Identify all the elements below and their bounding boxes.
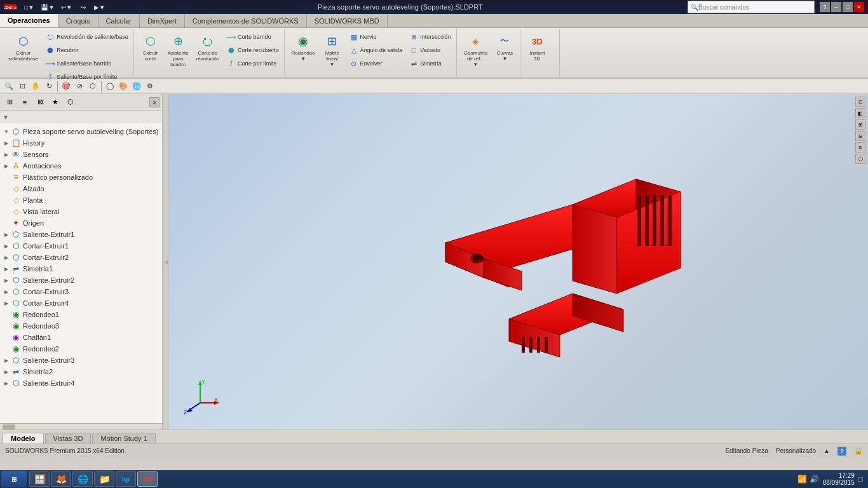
show-desktop-icon[interactable]: □ xyxy=(858,475,863,484)
feature-tree[interactable]: ▼ ⬡ Pieza soporte servo autoleveling (So… xyxy=(0,123,162,423)
tab-calcular[interactable]: Calcular xyxy=(98,14,140,27)
taskbar-app-explorer[interactable]: 📁 xyxy=(94,471,114,487)
tree-item-origen[interactable]: ✦ Origen xyxy=(0,217,162,229)
3d-viewport[interactable]: Y X Z ⊡ ◧ ⊞ ⊟ ≡ ⬡ xyxy=(168,94,868,430)
maximize-btn[interactable]: □ xyxy=(843,2,853,12)
tree-item-plastico[interactable]: ≡ Plástico personalizado xyxy=(0,172,162,183)
appearance-btn[interactable]: 🎨 xyxy=(117,80,130,93)
geometria-ref-btn[interactable]: ◈ Geometríade ref... ▼ xyxy=(461,30,491,69)
zoom-in-btn[interactable]: 🔍 xyxy=(3,80,15,93)
search-bar[interactable]: 🔍 xyxy=(688,1,815,13)
view-icon-4[interactable]: ⊟ xyxy=(855,131,865,141)
redondeo-btn[interactable]: ◉ Redondeo ▼ xyxy=(288,30,318,64)
instant3d-btn[interactable]: 3D Instant3D xyxy=(524,30,550,64)
tree-item-alzado[interactable]: ◇ Alzado xyxy=(0,183,162,194)
tree-item-saliente2[interactable]: ▶ ⬡ Saliente-Extruir2 xyxy=(0,274,162,286)
tab-motion-study[interactable]: Motion Study 1 xyxy=(92,433,155,444)
saliente-barrido-btn[interactable]: ⟿ Saliente/Base barrido xyxy=(43,57,131,70)
property-manager-tab[interactable]: ≡ xyxy=(18,95,32,109)
network-icon[interactable]: 📶 xyxy=(797,475,807,484)
help-btn[interactable]: ? xyxy=(820,2,830,12)
scrollbar-thumb[interactable] xyxy=(3,424,15,430)
view-icon-6[interactable]: ⬡ xyxy=(855,154,865,164)
status-help-icon[interactable]: ? xyxy=(837,447,846,456)
undo-btn[interactable]: ↩▼ xyxy=(58,0,75,14)
panel-expand-btn[interactable]: » xyxy=(149,97,159,107)
view-setting-btn[interactable]: ⚙ xyxy=(144,80,156,93)
tree-item-chaflan1[interactable]: ◉ Chaflán1 xyxy=(0,332,162,343)
tab-operaciones[interactable]: Operaciones xyxy=(0,14,58,27)
tree-item-saliente3[interactable]: ▶ ⬡ Saliente-Extruir3 xyxy=(0,355,162,366)
tree-item-cortar3[interactable]: ▶ ⬡ Cortar-Extruir3 xyxy=(0,286,162,297)
taskbar-app-sw[interactable]: SW xyxy=(137,471,158,487)
minimize-btn[interactable]: ─ xyxy=(831,2,841,12)
tree-item-saliente4[interactable]: ▶ ⬡ Saliente-Extruir4 xyxy=(0,377,162,389)
view-icon-1[interactable]: ⊡ xyxy=(855,97,865,107)
tree-item-anotaciones[interactable]: ▶ A Anotaciones xyxy=(0,160,162,172)
config-manager-tab[interactable]: ⊠ xyxy=(33,95,47,109)
h-scrollbar[interactable] xyxy=(0,423,162,430)
view-icon-3[interactable]: ⊞ xyxy=(855,119,865,130)
tree-item-cortar4[interactable]: ▶ ⬡ Cortar-Extruir4 xyxy=(0,297,162,309)
tree-item-redondeo1[interactable]: ◉ Redondeo1 xyxy=(0,309,162,320)
angulo-salida-btn[interactable]: △ Ángulo de salida xyxy=(346,44,405,57)
tab-modelo[interactable]: Modelo xyxy=(3,433,44,444)
feature-manager-tab[interactable]: ⊞ xyxy=(3,95,17,109)
corte-recubierto-btn[interactable]: ⬢ Corte recubierto xyxy=(224,44,281,57)
view-icon-5[interactable]: ≡ xyxy=(855,142,865,152)
tree-item-cortar2[interactable]: ▶ ⬡ Cortar-Extruir2 xyxy=(0,252,162,263)
pan-btn[interactable]: ✋ xyxy=(29,80,42,93)
sound-icon[interactable]: 🔊 xyxy=(810,475,819,484)
tree-item-saliente1[interactable]: ▶ ⬡ Saliente-Extruir1 xyxy=(0,229,162,240)
taskbar-app-windows[interactable]: 🪟 xyxy=(29,471,50,487)
display-manager-tab[interactable]: ⬡ xyxy=(64,95,78,109)
zoom-fit-btn[interactable]: ⊡ xyxy=(16,80,29,93)
rebuild-btn[interactable]: ▶▼ xyxy=(92,0,108,14)
interseccion-btn[interactable]: ⊗ Intersección xyxy=(406,30,454,43)
taskbar-app-hp[interactable]: hp xyxy=(116,471,136,487)
dxf-manager-tab[interactable]: ★ xyxy=(48,95,62,109)
tab-vistas3d[interactable]: Vistas 3D xyxy=(45,433,92,444)
tree-item-sensors[interactable]: ▶ 👁 Sensors xyxy=(0,149,162,160)
asistente-taladro-btn[interactable]: ⊕ Asistenteparataladro xyxy=(165,30,192,69)
tree-item-history[interactable]: ▶ 📋 History xyxy=(0,137,162,149)
view-orient-btn[interactable]: 🎯 xyxy=(60,80,72,93)
envolver-btn[interactable]: ⊙ Envolver xyxy=(346,57,405,70)
simetria-btn[interactable]: ⇌ Simetría xyxy=(406,57,454,70)
tree-item-redondeo2[interactable]: ◉ Redondeo2 xyxy=(0,343,162,355)
revolucion-btn[interactable]: ⭮ Revolución de saliente/base xyxy=(43,30,131,43)
tree-item-cortar1[interactable]: ▶ ⬡ Cortar-Extruir1 xyxy=(0,240,162,252)
corte-barrido-btn[interactable]: ⟿ Corte barrido xyxy=(224,30,281,43)
taskbar-clock[interactable]: 17:29 08/09/2015 xyxy=(823,472,855,486)
nervio-btn[interactable]: ▦ Nervio xyxy=(346,30,405,43)
corte-revolucion-btn[interactable]: ⭮ Corte derevolución xyxy=(193,30,222,64)
panel-collapse-handle[interactable]: ◁ xyxy=(163,94,168,430)
start-button[interactable]: ⊞ xyxy=(1,471,27,487)
display-style-btn[interactable]: ⬡ xyxy=(86,80,99,93)
section-btn[interactable]: ⊘ xyxy=(73,80,86,93)
scene-btn[interactable]: 🌐 xyxy=(130,80,143,93)
taskbar-app-firefox[interactable]: 🦊 xyxy=(51,471,71,487)
save-btn[interactable]: 💾▼ xyxy=(38,0,57,14)
tree-item-planta[interactable]: ◇ Planta xyxy=(0,194,162,206)
tree-item-redondeo3[interactable]: ◉ Redondeo3 xyxy=(0,320,162,332)
tab-croquis[interactable]: Croquis xyxy=(58,14,98,27)
tree-item-simetria1[interactable]: ▶ ⇌ Simetría1 xyxy=(0,263,162,274)
corte-limite-btn[interactable]: ⤴ Corte por límite xyxy=(224,57,281,70)
curvas-btn[interactable]: 〜 Curvas ▼ xyxy=(492,30,517,64)
view-icon-2[interactable]: ◧ xyxy=(855,108,865,118)
vaciado-btn[interactable]: □ Vaciado xyxy=(406,44,454,57)
tab-dimxpert[interactable]: DimXpert xyxy=(140,14,185,27)
rotate-btn[interactable]: ↻ xyxy=(43,80,55,93)
redo-btn[interactable]: ↪ xyxy=(76,0,90,14)
extruir-corte-btn[interactable]: ⬡ Extruircorte xyxy=(138,30,163,64)
tree-root-item[interactable]: ▼ ⬡ Pieza soporte servo autoleveling (So… xyxy=(0,126,162,137)
extruir-saliente-base-btn[interactable]: ⬡ Extruirsaliente/base xyxy=(5,30,41,64)
status-arrow-icon[interactable]: ▲ xyxy=(824,447,830,454)
hide-show-btn[interactable]: ◯ xyxy=(104,80,116,93)
new-file-btn[interactable]: □▼ xyxy=(22,0,37,14)
taskbar-app-chrome[interactable]: 🌐 xyxy=(72,471,93,487)
close-btn[interactable]: ✕ xyxy=(854,2,864,12)
search-input[interactable] xyxy=(698,4,811,11)
tree-item-vista-lateral[interactable]: ◇ Vista lateral xyxy=(0,206,162,217)
